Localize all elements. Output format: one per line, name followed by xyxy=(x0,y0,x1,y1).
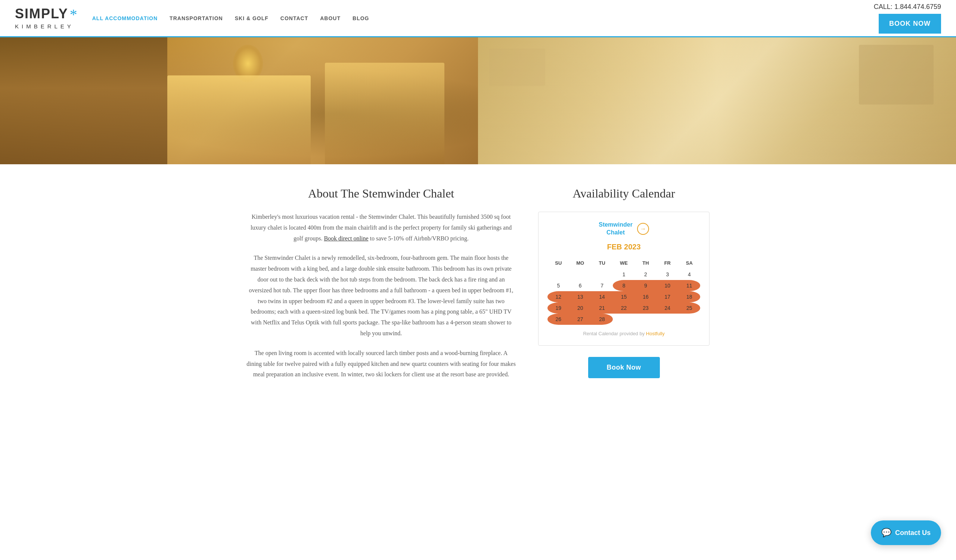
col-su: SU xyxy=(547,257,569,269)
calendar-grid: SU MO TU WE TH FR SA 1 xyxy=(547,257,700,325)
day-empty xyxy=(679,314,700,325)
hero-image-left xyxy=(0,37,478,164)
nav-about[interactable]: ABOUT xyxy=(320,15,341,21)
logo-kimberley: KIMBERLEY xyxy=(15,24,77,29)
cabinet-decoration xyxy=(859,45,934,105)
day-23: 23 xyxy=(635,303,657,314)
day-19: 19 xyxy=(547,303,569,314)
day-7: 7 xyxy=(591,280,613,291)
day-1: 1 xyxy=(613,269,634,280)
about-para3: The open living room is accented with lo… xyxy=(247,348,516,380)
day-9: 9 xyxy=(635,280,657,291)
calendar-month: FEB 2023 xyxy=(547,243,700,251)
logo-asterisk: * xyxy=(70,6,77,23)
day-27: 27 xyxy=(569,314,591,325)
window-decoration xyxy=(167,75,311,164)
availability-section: Availability Calendar StemwinderChalet →… xyxy=(538,187,709,389)
day-26: 26 xyxy=(547,314,569,325)
col-sa: SA xyxy=(679,257,700,269)
day-8: 8 xyxy=(613,280,634,291)
calendar-next-arrow[interactable]: → xyxy=(637,223,649,235)
day-2: 2 xyxy=(635,269,657,280)
day-12: 12 xyxy=(547,291,569,303)
day-18: 18 xyxy=(679,291,700,303)
book-direct-link[interactable]: Book direct online xyxy=(324,235,368,242)
day-10: 10 xyxy=(657,280,678,291)
day-6: 6 xyxy=(569,280,591,291)
day-empty xyxy=(613,314,634,325)
day-empty xyxy=(657,314,678,325)
calendar-row-4: 19 20 21 22 23 24 25 xyxy=(547,303,700,314)
main-nav: ALL ACCOMMODATION TRANSPORTATION SKI & G… xyxy=(92,15,874,21)
day-empty xyxy=(635,314,657,325)
calendar-widget: StemwinderChalet → FEB 2023 SU MO TU WE … xyxy=(538,212,709,346)
col-mo: MO xyxy=(569,257,591,269)
about-title: About The Stemwinder Chalet xyxy=(247,187,516,201)
header: SIMPLY* KIMBERLEY ALL ACCOMMODATION TRAN… xyxy=(0,0,956,37)
nav-all-accommodation[interactable]: ALL ACCOMMODATION xyxy=(92,15,157,21)
nav-transportation[interactable]: TRANSPORTATION xyxy=(170,15,223,21)
day-11: 11 xyxy=(679,280,700,291)
day-4: 4 xyxy=(679,269,700,280)
day-empty xyxy=(569,269,591,280)
day-13: 13 xyxy=(569,291,591,303)
calendar-row-3: 12 13 14 15 16 17 18 xyxy=(547,291,700,303)
window-decoration-2 xyxy=(325,63,444,164)
col-tu: TU xyxy=(591,257,613,269)
day-14: 14 xyxy=(591,291,613,303)
day-28: 28 xyxy=(591,314,613,325)
logo-simply: SIMPLY xyxy=(15,6,68,21)
calendar-footer: Rental Calendar provided by Hostfully xyxy=(547,331,700,336)
col-th: TH xyxy=(635,257,657,269)
day-16: 16 xyxy=(635,291,657,303)
day-24: 24 xyxy=(657,303,678,314)
calendar-row-5: 26 27 28 xyxy=(547,314,700,325)
window-light-decoration xyxy=(489,49,545,86)
col-we: WE xyxy=(613,257,634,269)
day-5: 5 xyxy=(547,280,569,291)
about-para1: Kimberley's most luxurious vacation rent… xyxy=(247,212,516,244)
calendar-property-name: StemwinderChalet xyxy=(599,221,633,237)
day-21: 21 xyxy=(591,303,613,314)
day-22: 22 xyxy=(613,303,634,314)
phone-number: CALL: 1.844.474.6759 xyxy=(874,3,941,11)
day-empty xyxy=(547,269,569,280)
calendar-row-1: 1 2 3 4 xyxy=(547,269,700,280)
nav-ski-golf[interactable]: SKI & GOLF xyxy=(235,15,269,21)
hero-image-right xyxy=(478,37,956,164)
day-25: 25 xyxy=(679,303,700,314)
availability-title: Availability Calendar xyxy=(538,187,709,201)
calendar-days-header: SU MO TU WE TH FR SA xyxy=(547,257,700,269)
day-15: 15 xyxy=(613,291,634,303)
book-now-section: Book Now xyxy=(538,357,709,378)
day-empty xyxy=(591,269,613,280)
nav-contact[interactable]: CONTACT xyxy=(280,15,308,21)
calendar-row-2: 5 6 7 8 9 10 11 xyxy=(547,280,700,291)
calendar-header: StemwinderChalet → xyxy=(547,221,700,237)
book-now-button[interactable]: Book Now xyxy=(588,357,660,378)
hero-image xyxy=(0,37,956,164)
about-para2: The Stemwinder Chalet is a newly remodel… xyxy=(247,253,516,339)
book-now-header-button[interactable]: BOOK NOW xyxy=(879,14,941,34)
day-3: 3 xyxy=(657,269,678,280)
day-17: 17 xyxy=(657,291,678,303)
main-content: About The Stemwinder Chalet Kimberley's … xyxy=(217,164,739,411)
day-20: 20 xyxy=(569,303,591,314)
hostfully-link[interactable]: Hostfully xyxy=(646,331,665,336)
nav-blog[interactable]: BLOG xyxy=(352,15,369,21)
col-fr: FR xyxy=(657,257,678,269)
logo[interactable]: SIMPLY* KIMBERLEY xyxy=(15,7,77,29)
header-right: CALL: 1.844.474.6759 BOOK NOW xyxy=(874,3,941,34)
about-section: About The Stemwinder Chalet Kimberley's … xyxy=(247,187,516,389)
